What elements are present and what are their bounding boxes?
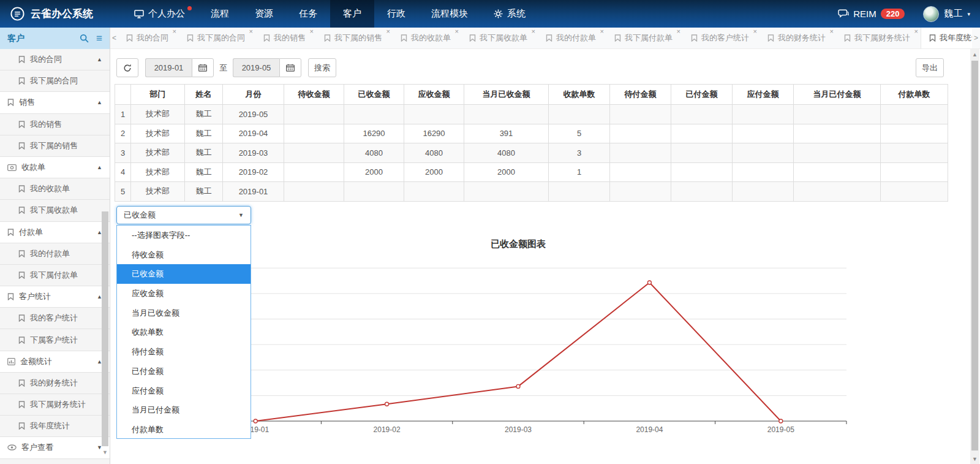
- sidebar-item-4[interactable]: 我下属的销售: [0, 135, 110, 157]
- search-button[interactable]: 搜索: [308, 58, 336, 77]
- monitor-icon: [134, 10, 144, 18]
- table-cell: 16290: [344, 124, 404, 143]
- data-point-2019-03: [516, 384, 520, 388]
- tab-0[interactable]: 我的合同×: [118, 28, 179, 48]
- tab-10[interactable]: 我下属财务统计×: [836, 28, 921, 48]
- close-icon[interactable]: ×: [386, 28, 390, 35]
- dropdown-option-1[interactable]: 待收金额: [117, 245, 251, 265]
- close-icon[interactable]: ×: [173, 28, 176, 35]
- close-icon[interactable]: ×: [914, 28, 918, 35]
- table-cell: 2019-03: [223, 143, 284, 163]
- nav-item-workflow-module[interactable]: 流程模块: [418, 0, 481, 28]
- dropdown-option-7[interactable]: 已付金额: [117, 362, 251, 381]
- sidebar-item-10[interactable]: 我下属付款单: [0, 265, 110, 286]
- sidebar-item-0[interactable]: 我的合同▲: [0, 49, 110, 70]
- dropdown-option-10[interactable]: 付款单数: [117, 420, 251, 439]
- tab-5[interactable]: 我下属收款单×: [461, 28, 538, 48]
- bookmark-icon: [263, 34, 270, 42]
- sidebar-item-2[interactable]: 销售▲: [0, 92, 110, 113]
- date-to-input[interactable]: [233, 58, 279, 77]
- sidebar-item-17[interactable]: 我年度统计: [0, 416, 110, 437]
- sidebar-item-13[interactable]: 下属客户统计: [0, 329, 110, 351]
- close-icon[interactable]: ×: [830, 28, 834, 35]
- date-from-input[interactable]: [145, 58, 192, 77]
- nav-item-personal-office[interactable]: 个人办公: [121, 0, 198, 28]
- table-cell: 魏工: [185, 143, 223, 163]
- dropdown-option-2[interactable]: 已收金额: [117, 264, 251, 284]
- close-icon[interactable]: ×: [455, 28, 459, 35]
- user-name: 魏工: [944, 8, 962, 20]
- nav-item-customers[interactable]: 客户: [330, 0, 374, 28]
- nav-item-administration[interactable]: 行政: [374, 0, 418, 28]
- user-menu[interactable]: 魏工 ▾: [923, 6, 970, 22]
- sidebar-item-7[interactable]: 我下属收款单: [0, 200, 110, 221]
- sidebar-item-18[interactable]: 客户查看▼: [0, 437, 110, 458]
- bookmark-icon: [126, 34, 133, 42]
- tab-9[interactable]: 我的财务统计×: [760, 28, 836, 48]
- dropdown-option-3[interactable]: 应收金额: [117, 284, 251, 303]
- scroll-up-icon[interactable]: ▲: [970, 49, 979, 59]
- sidebar-item-11[interactable]: 客户统计▲: [0, 286, 110, 308]
- sidebar-scrollbar-thumb[interactable]: [102, 211, 108, 446]
- calendar-icon[interactable]: [279, 58, 301, 77]
- nav-item-workflow[interactable]: 流程: [198, 0, 242, 28]
- table-cell: [549, 105, 610, 124]
- sidebar-item-14[interactable]: 金额统计▲: [0, 351, 110, 373]
- tab-8[interactable]: 我的客户统计×: [683, 28, 760, 48]
- close-icon[interactable]: ×: [753, 28, 757, 35]
- dropdown-option-5[interactable]: 收款单数: [117, 322, 251, 342]
- sidebar-item-16[interactable]: 我下属财务统计: [0, 394, 110, 416]
- dropdown-option-4[interactable]: 当月已收金额: [117, 303, 251, 323]
- table-cell: 16290: [404, 124, 464, 143]
- close-icon[interactable]: ×: [600, 28, 604, 35]
- close-icon[interactable]: ×: [249, 28, 253, 35]
- bookmark-icon: [18, 56, 25, 63]
- nav-item-system[interactable]: 系统: [481, 0, 538, 28]
- sidebar-header: 客户 ≡: [0, 28, 110, 49]
- scroll-down-icon[interactable]: ▼: [970, 454, 979, 464]
- sidebar-item-9[interactable]: 我的付款单: [0, 243, 110, 265]
- chart-field-select[interactable]: 已收金额 ▼: [116, 206, 251, 224]
- sidebar-scroll-down-icon[interactable]: ▼: [102, 449, 108, 455]
- tab-3[interactable]: 我下属的销售×: [316, 28, 393, 48]
- dropdown-option-6[interactable]: 待付金额: [117, 342, 251, 362]
- close-icon[interactable]: ×: [310, 28, 314, 35]
- sidebar-item-6[interactable]: 我的收款单: [0, 178, 110, 200]
- brand[interactable]: 云雀办公系统: [0, 0, 105, 28]
- sidebar-item-15[interactable]: 我的财务统计: [0, 373, 110, 394]
- tab-label: 我下属的合同: [197, 32, 245, 44]
- bookmark-icon: [18, 314, 25, 322]
- tab-2[interactable]: 我的销售×: [255, 28, 316, 48]
- sidebar-item-1[interactable]: 我下属的合同: [0, 70, 110, 92]
- sidebar-item-12[interactable]: 我的客户统计: [0, 308, 110, 329]
- tab-label: 我下属付款单: [625, 32, 673, 44]
- main-scrollbar-thumb[interactable]: [971, 61, 978, 451]
- search-icon[interactable]: [80, 34, 89, 43]
- sidebar-item-8[interactable]: 付款单▲: [0, 222, 110, 243]
- close-icon[interactable]: ×: [532, 28, 535, 35]
- tab-6[interactable]: 我的付款单×: [538, 28, 606, 48]
- tab-1[interactable]: 我下属的合同×: [179, 28, 255, 48]
- table-body: 1技术部魏工2019-052技术部魏工2019-0416290162903915…: [115, 105, 948, 202]
- sidebar-item-3[interactable]: 我的销售: [0, 114, 110, 135]
- dropdown-option-0[interactable]: --选择图表字段--: [117, 226, 251, 245]
- table-cell: [284, 162, 344, 182]
- tab-label: 我下属财务统计: [854, 32, 910, 44]
- tab-4[interactable]: 我的收款单×: [393, 28, 461, 48]
- tab-11[interactable]: 我年度统计: [921, 28, 972, 48]
- nav-item-tasks[interactable]: 任务: [286, 0, 330, 28]
- refresh-button[interactable]: [116, 58, 138, 77]
- export-button[interactable]: 导出: [916, 58, 944, 77]
- tab-7[interactable]: 我下属付款单×: [606, 28, 683, 48]
- x-tick-label: 2019-02: [374, 425, 401, 434]
- sidebar-item-5[interactable]: 收款单▲: [0, 157, 110, 178]
- calendar-icon[interactable]: [192, 58, 214, 77]
- close-icon[interactable]: ×: [677, 28, 680, 35]
- nav-item-resources[interactable]: 资源: [242, 0, 286, 28]
- reim-messages-button[interactable]: REIM 220: [838, 9, 905, 19]
- menu-icon[interactable]: ≡: [96, 33, 102, 44]
- tabs-scroll-right[interactable]: >: [972, 28, 980, 48]
- dropdown-option-9[interactable]: 当月已付金额: [117, 400, 251, 420]
- tabs-scroll-left[interactable]: <: [110, 28, 118, 48]
- dropdown-option-8[interactable]: 应付金额: [117, 381, 251, 401]
